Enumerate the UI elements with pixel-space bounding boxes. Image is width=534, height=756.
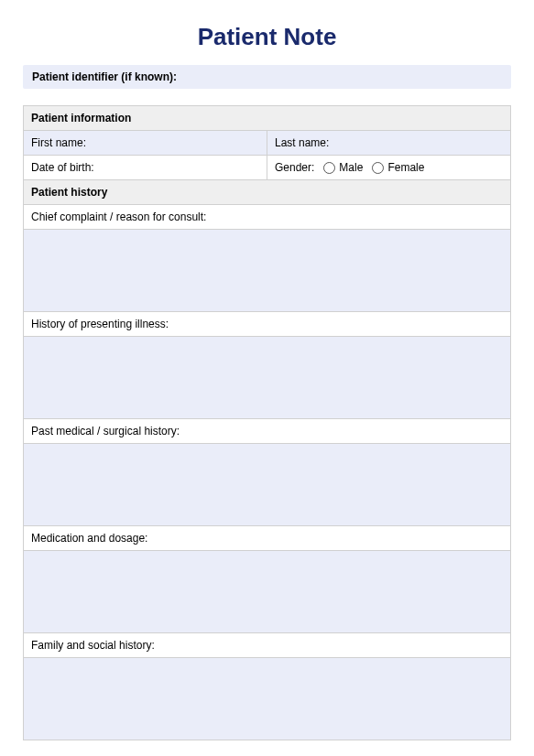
gender-field: Gender: Male Female	[267, 156, 511, 180]
last-name-field[interactable]: Last name:	[267, 131, 511, 156]
chief-complaint-label-row: Chief complaint / reason for consult:	[24, 205, 511, 230]
patient-identifier-label: Patient identifier (if known):	[32, 70, 177, 83]
gender-female-label: Female	[387, 161, 424, 174]
gender-male-label: Male	[339, 161, 363, 174]
radio-icon	[323, 162, 335, 174]
section-header-info: Patient information	[24, 106, 511, 131]
page-title: Patient Note	[23, 23, 511, 51]
gender-female-radio[interactable]: Female	[372, 161, 424, 174]
last-name-label: Last name:	[275, 136, 329, 149]
medication-label-row: Medication and dosage:	[24, 526, 511, 551]
medication-input[interactable]	[24, 551, 511, 633]
pmh-input[interactable]	[24, 444, 511, 526]
chief-complaint-input[interactable]	[24, 230, 511, 312]
first-name-label: First name:	[31, 136, 86, 149]
hpi-input[interactable]	[24, 337, 511, 419]
hpi-label-row: History of presenting illness:	[24, 312, 511, 337]
first-name-field[interactable]: First name:	[24, 131, 267, 156]
family-social-input[interactable]	[24, 658, 511, 740]
dob-field[interactable]: Date of birth:	[24, 156, 267, 180]
family-social-label-row: Family and social history:	[24, 633, 511, 658]
gender-label: Gender:	[275, 161, 314, 174]
patient-note-form: Patient Note Patient identifier (if know…	[0, 0, 534, 756]
radio-icon	[372, 162, 384, 174]
gender-male-radio[interactable]: Male	[323, 161, 363, 174]
patient-identifier-row[interactable]: Patient identifier (if known):	[23, 65, 511, 89]
pmh-label-row: Past medical / surgical history:	[24, 419, 511, 444]
section-header-history: Patient history	[24, 180, 511, 205]
dob-label: Date of birth:	[31, 161, 94, 174]
form-table: Patient information First name: Last nam…	[23, 105, 511, 740]
